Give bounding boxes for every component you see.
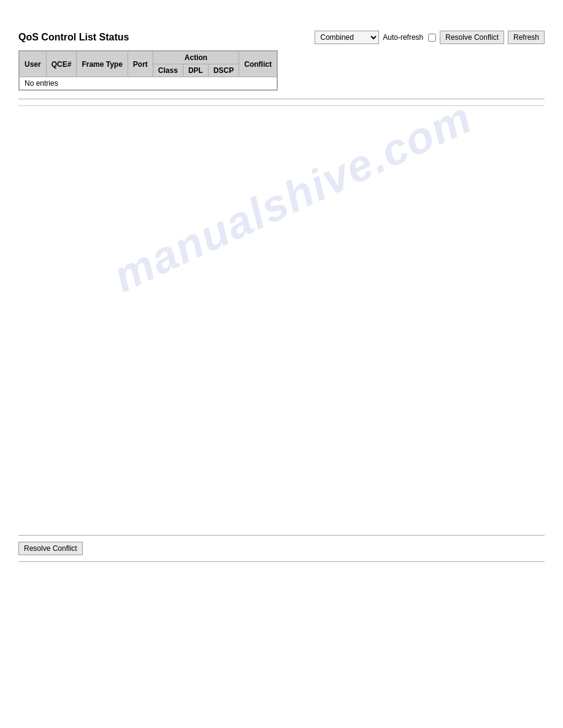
col-dpl: DPL: [183, 64, 208, 77]
table-wrapper: User QCE# Frame Type Port Action Conflic…: [18, 50, 278, 91]
col-port: Port: [128, 51, 153, 77]
header-row: QoS Control List Status Combined Static …: [18, 31, 545, 44]
qos-table: User QCE# Frame Type Port Action Conflic…: [19, 51, 277, 90]
col-action: Action: [153, 51, 239, 64]
divider-thin: [18, 105, 545, 106]
page-title: QoS Control List Status: [18, 32, 129, 43]
bottom-divider: [18, 535, 545, 536]
resolve-conflict-button-bottom[interactable]: Resolve Conflict: [18, 542, 83, 555]
resolve-conflict-button-top[interactable]: Resolve Conflict: [440, 31, 504, 44]
divider-top: [18, 99, 545, 99]
bottom-divider2: [18, 561, 545, 562]
auto-refresh-checkbox[interactable]: [428, 34, 436, 42]
col-dscp: DSCP: [208, 64, 239, 77]
refresh-button[interactable]: Refresh: [508, 31, 545, 44]
header-controls: Combined Static Voice VLAN Storm Control…: [315, 31, 545, 44]
col-class: Class: [153, 64, 183, 77]
watermark: manualshive.com: [105, 92, 479, 301]
no-entries-row: No entries: [20, 77, 277, 90]
no-entries-label: No entries: [20, 77, 277, 90]
col-frame-type: Frame Type: [77, 51, 128, 77]
col-user: User: [20, 51, 47, 77]
bottom-btn-row: Resolve Conflict: [18, 542, 545, 555]
bottom-section: Resolve Conflict: [18, 535, 545, 562]
combined-select[interactable]: Combined Static Voice VLAN Storm Control: [315, 31, 379, 44]
auto-refresh-label: Auto-refresh: [383, 33, 423, 42]
col-conflict: Conflict: [239, 51, 277, 77]
col-qce: QCE#: [46, 51, 77, 77]
